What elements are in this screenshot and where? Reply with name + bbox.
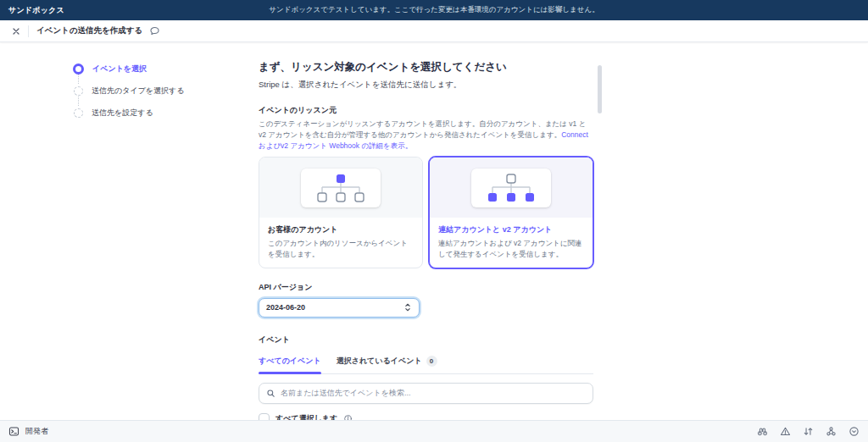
step-select-events[interactable]: イベントを選択 (73, 63, 184, 75)
step-circle (74, 108, 83, 118)
step-label: イベントを選択 (92, 64, 147, 75)
tab-label: 選択されているイベント (337, 356, 422, 367)
sandbox-message: サンドボックスでテストしています。ここで行った変更は本番環境のアカウントには影響… (0, 5, 868, 15)
step-label: 送信先のタイプを選択する (92, 86, 184, 97)
tab-selected-events[interactable]: 選択されているイベント 0 (337, 356, 437, 373)
main-area: イベントを選択 送信先のタイプを選択する 送信先を設定する まず、リッスン対象の… (0, 42, 868, 420)
content-column: まず、リッスン対象のイベントを選択してください Stripe は、選択されたイベ… (259, 42, 593, 442)
card-connected-accounts[interactable]: 連結アカウントと v2 アカウント 連結アカウントおよび v2 アカウントに関連… (429, 157, 593, 268)
page-subtitle: Stripe は、選択されたイベントを送信先に送信します。 (259, 80, 593, 91)
step-circle-active (73, 64, 84, 75)
events-label: イベント (259, 334, 593, 345)
card-your-account[interactable]: お客様のアカウント このアカウント内のリソースからイベントを受信します。 (259, 157, 423, 268)
sandbox-top-bar: サンドボックス サンドボックスでテストしています。ここで行った変更は本番環境のア… (0, 0, 868, 20)
api-version-select[interactable]: 2024-06-20 (259, 298, 420, 318)
network-cluster-icon[interactable] (826, 426, 837, 437)
listen-source-label: イベントのリッスン元 (259, 105, 593, 116)
select-chevrons-icon (403, 302, 412, 312)
card-illustration (430, 157, 593, 218)
account-scope-cards: お客様のアカウント このアカウント内のリソースからイベントを受信します。 (259, 157, 593, 268)
card-illustration (259, 157, 422, 218)
step-connector (78, 97, 79, 106)
step-select-destination-type[interactable]: 送信先のタイプを選択する (73, 85, 184, 97)
stepper: イベントを選択 送信先のタイプを選択する 送信先を設定する (73, 63, 184, 129)
event-search (259, 383, 593, 404)
step-label: 送信先を設定する (92, 108, 153, 119)
tab-label: すべてのイベント (259, 356, 321, 367)
org-tree-icon (301, 169, 381, 207)
binoculars-icon[interactable] (757, 426, 768, 437)
card-title: 連結アカウントと v2 アカウント (438, 224, 584, 235)
card-description: 連結アカウントおよび v2 アカウントに関連して発生するイベントを受信します。 (438, 238, 584, 259)
search-icon (266, 389, 275, 398)
listen-source-description: このデスティネーションがリッスンするアカウントを選択します。自分のアカウント、ま… (259, 119, 593, 151)
sort-arrows-icon[interactable] (803, 426, 814, 437)
circle-chevron-icon[interactable] (849, 426, 860, 437)
developer-toggle[interactable]: 開発者 (8, 426, 48, 437)
event-search-input[interactable] (281, 389, 586, 397)
warning-icon[interactable] (780, 426, 791, 437)
scrollbar-thumb[interactable] (598, 65, 602, 113)
step-circle (74, 86, 83, 96)
feedback-bubble-icon[interactable] (149, 25, 160, 36)
selected-count-badge: 0 (426, 356, 437, 367)
terminal-icon (8, 426, 19, 437)
close-button[interactable] (7, 22, 25, 41)
sandbox-label: サンドボックス (8, 5, 64, 16)
close-icon (11, 26, 21, 36)
developer-label: 開発者 (25, 426, 48, 437)
divider (28, 25, 29, 37)
api-version-value: 2024-06-20 (266, 303, 305, 312)
developer-tools-icons (757, 426, 860, 437)
step-configure-destination[interactable]: 送信先を設定する (73, 107, 184, 119)
api-version-label: API バージョン (259, 282, 593, 293)
events-tabs: すべてのイベント 選択されているイベント 0 (259, 356, 593, 374)
description-text: このデスティネーションがリッスンするアカウントを選択します。自分のアカウント、ま… (259, 119, 586, 139)
card-title: お客様のアカウント (268, 224, 414, 235)
page-title: まず、リッスン対象のイベントを選択してください (259, 60, 593, 75)
developer-bar: 開発者 (0, 420, 868, 442)
dialog-title: イベントの送信先を作成する (36, 25, 142, 36)
dialog-title-bar: イベントの送信先を作成する (0, 20, 868, 42)
org-tree-icon (471, 169, 551, 207)
card-description: このアカウント内のリソースからイベントを受信します。 (268, 238, 414, 259)
step-connector (78, 75, 79, 84)
tab-all-events[interactable]: すべてのイベント (259, 356, 321, 373)
